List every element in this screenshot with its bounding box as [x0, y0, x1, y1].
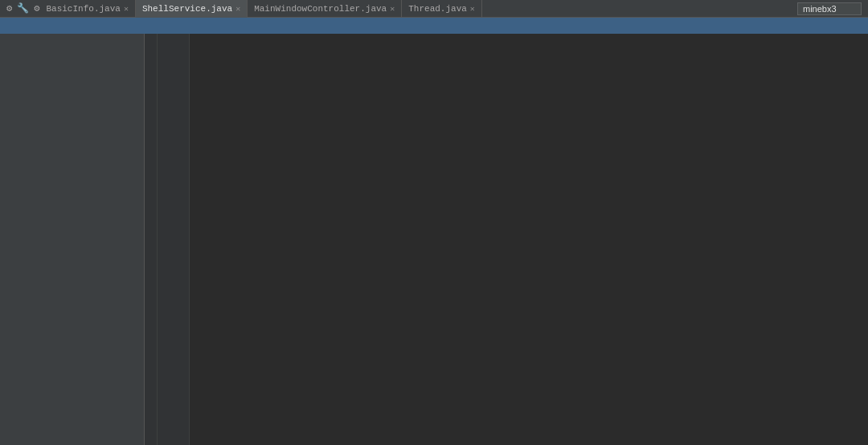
close-icon[interactable]: ✕ — [390, 4, 395, 14]
tab-Thread-java[interactable]: Thread.java✕ — [402, 0, 482, 18]
build-icon[interactable]: 🔧 — [17, 2, 29, 14]
code-area[interactable] — [145, 34, 868, 445]
code-content[interactable] — [190, 34, 868, 445]
tab-MainWindowController-java[interactable]: MainWindowController.java✕ — [248, 0, 402, 18]
close-icon[interactable]: ✕ — [235, 4, 240, 14]
tabs-bar: BasicInfo.java✕ShellService.java✕MainWin… — [39, 0, 797, 18]
gutter — [145, 34, 158, 445]
close-icon[interactable]: ✕ — [124, 4, 129, 14]
config-icon[interactable]: ⚙ — [34, 2, 39, 14]
settings-icon[interactable]: ⚙ — [6, 2, 12, 14]
close-icon[interactable]: ✕ — [470, 4, 475, 14]
tab-ShellService-java[interactable]: ShellService.java✕ — [136, 0, 248, 18]
search-input[interactable] — [797, 2, 862, 15]
tab-BasicInfo-java[interactable]: BasicInfo.java✕ — [39, 0, 135, 18]
info-bar — [0, 18, 868, 34]
sidebar — [0, 34, 145, 445]
main-layout — [0, 34, 868, 445]
top-bar: ⚙ 🔧 ⚙ BasicInfo.java✕ShellService.java✕M… — [0, 0, 868, 18]
line-numbers — [158, 34, 190, 445]
toolbar-icons: ⚙ 🔧 ⚙ — [6, 2, 39, 14]
